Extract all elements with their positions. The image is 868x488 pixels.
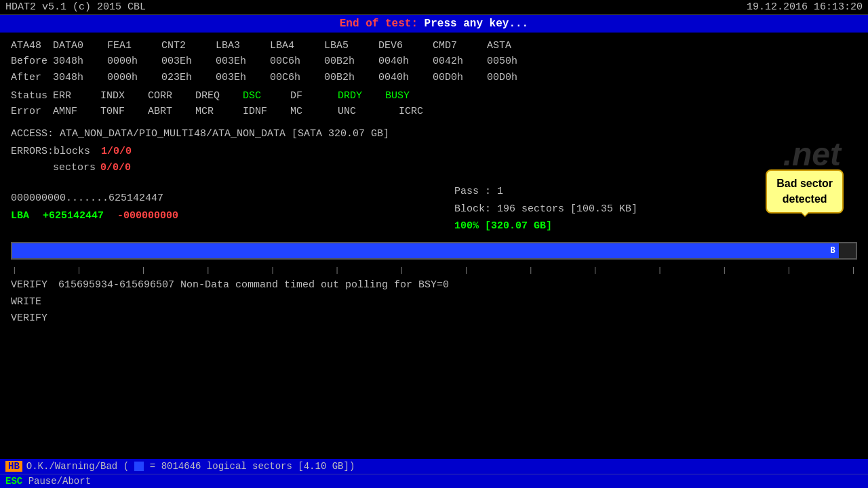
tick-14: | xyxy=(851,266,856,274)
app-datetime: 19.12.2016 16:13:20 xyxy=(747,1,863,13)
error-icrc: ICRC xyxy=(399,104,446,119)
log-write-line: WRITE xyxy=(11,294,857,311)
progress-marker-label: B xyxy=(831,246,835,256)
progress-bar-marker: B xyxy=(827,243,839,258)
status-dreq: DREQ xyxy=(195,88,243,104)
top-bar: HDAT2 v5.1 (c) 2015 CBL 19.12.2016 16:13… xyxy=(0,0,868,15)
tick-3: | xyxy=(141,266,146,274)
reg-header-cnt2: CNT2 xyxy=(161,38,216,54)
bottom-badge: HB xyxy=(5,461,22,472)
tick-7: | xyxy=(399,266,404,274)
reg-after-lba3: 003Eh xyxy=(216,70,270,85)
log-area: VERIFY 615695934-615696507 Non-Data comm… xyxy=(11,277,857,327)
reg-after-data0: 3048h xyxy=(53,70,107,85)
status-bar: End of test: Press any key... xyxy=(0,15,868,33)
log-verify2-label: VERIFY xyxy=(11,310,53,327)
esc-key-label: ESC xyxy=(5,476,22,487)
status-row: Status ERR INDX CORR DREQ DSC DF DRDY BU… xyxy=(11,88,857,104)
reg-header-row: ATA48 DATA0 FEA1 CNT2 LBA3 LBA4 LBA5 DEV… xyxy=(11,38,857,54)
tick-1: | xyxy=(12,266,17,274)
access-line: ACCESS: ATA_NON_DATA/PIO_MULTI48/ATA_NON… xyxy=(11,126,857,142)
error-t0nf: T0NF xyxy=(100,104,148,119)
reg-after-dev6: 0040h xyxy=(378,70,433,85)
reg-before-lba5: 00B2h xyxy=(324,54,378,69)
tick-9: | xyxy=(528,266,533,274)
reg-before-asta: 0050h xyxy=(487,54,541,69)
bottom-info-main: O.K./Warning/Bad ( xyxy=(26,461,129,472)
reg-after-fea1: 0000h xyxy=(107,70,161,85)
reg-header-cmd7: CMD7 xyxy=(433,38,487,54)
esc-action: Pause/Abort xyxy=(28,476,91,487)
tick-12: | xyxy=(722,266,727,274)
tick-4: | xyxy=(206,266,211,274)
block-label: Block: xyxy=(454,203,491,215)
progress-bar-container: B xyxy=(11,242,857,260)
reg-before-label: Before xyxy=(11,54,53,69)
reg-after-lba4: 00C6h xyxy=(270,70,324,85)
lba-pos: +625142447 xyxy=(43,207,104,225)
log-verify2-line: VERIFY xyxy=(11,310,857,327)
access-value: ATA_NON_DATA/PIO_MULTI48/ATA_NON_DATA [S… xyxy=(60,128,389,140)
reg-header-dev6: DEV6 xyxy=(378,38,433,54)
log-verify-line: VERIFY 615695934-615696507 Non-Data comm… xyxy=(11,277,857,294)
scan-area: 000000000.......625142447 LBA +625142447… xyxy=(11,183,857,235)
reg-before-row: Before 3048h 0000h 003Eh 003Eh 00C6h 00B… xyxy=(11,54,857,69)
reg-after-cnt2: 023Eh xyxy=(161,70,216,85)
reg-before-fea1: 0000h xyxy=(107,54,161,69)
errors-sectors-value: 0/0/0 xyxy=(100,160,155,176)
bottom-square-icon xyxy=(134,462,144,471)
status-bar-red: End of test: xyxy=(340,18,418,30)
reg-before-cmd7: 0042h xyxy=(433,54,487,69)
reg-before-data0: 3048h xyxy=(53,54,107,69)
reg-before-lba3: 003Eh xyxy=(216,54,270,69)
bad-sector-tooltip: Bad sectordetected xyxy=(766,169,844,214)
reg-before-lba4: 00C6h xyxy=(270,54,324,69)
error-idnf: IDNF xyxy=(243,104,290,119)
tick-10: | xyxy=(593,266,598,274)
error-amnf: AMNF xyxy=(53,104,100,119)
reg-header-lba4: LBA4 xyxy=(270,38,324,54)
sectors-line: 000000000.......625142447 xyxy=(11,190,414,207)
block-value: 196 sectors [100.35 KB] xyxy=(497,203,637,215)
scan-left: 000000000.......625142447 LBA +625142447… xyxy=(11,183,414,224)
reg-header-ata48: ATA48 xyxy=(11,38,53,54)
progress-line: 100% [320.07 GB] xyxy=(454,218,857,235)
status-bar-white: Press any key... xyxy=(425,18,529,30)
tick-6: | xyxy=(335,266,340,274)
progress-tick-row: | | | | | | | | | | | | | | xyxy=(11,266,857,274)
status-dsc: DSC xyxy=(243,88,290,104)
main-content: ATA48 DATA0 FEA1 CNT2 LBA3 LBA4 LBA5 DEV… xyxy=(0,33,868,333)
status-err: ERR xyxy=(53,88,100,104)
tick-8: | xyxy=(464,266,469,274)
lba-label: LBA xyxy=(11,207,29,225)
bottom-esc-bar: ESC Pause/Abort xyxy=(0,474,868,488)
reg-after-row: After 3048h 0000h 023Eh 003Eh 00C6h 00B2… xyxy=(11,70,857,85)
pass-value: 1 xyxy=(497,186,503,197)
tick-5: | xyxy=(271,266,275,274)
status-corr: CORR xyxy=(148,88,195,104)
errors-sectors-key: sectors xyxy=(53,160,100,176)
log-write-label: WRITE xyxy=(11,294,53,311)
errors-blocks-key: blocks xyxy=(54,144,101,160)
bottom-info-text: O.K./Warning/Bad ( = 8014646 logical sec… xyxy=(26,461,355,472)
error-row: Error AMNF T0NF ABRT MCR IDNF MC UNC ICR… xyxy=(11,104,857,119)
access-label: ACCESS: xyxy=(11,128,54,140)
reg-header-lba3: LBA3 xyxy=(216,38,270,54)
reg-after-cmd7: 00D0h xyxy=(433,70,487,85)
progress-text: 100% [320.07 GB] xyxy=(454,220,552,232)
reg-after-lba5: 00B2h xyxy=(324,70,378,85)
app-title: HDAT2 v5.1 (c) 2015 CBL xyxy=(5,1,146,13)
tooltip-text: Bad sectordetected xyxy=(776,178,833,204)
error-abrt: ABRT xyxy=(148,104,195,119)
tick-2: | xyxy=(77,266,81,274)
errors-section: ERRORS: blocks 1/0/0 sectors 0/0/0 xyxy=(11,144,857,176)
status-df: DF xyxy=(290,88,338,104)
bottom-info-bar: HB O.K./Warning/Bad ( = 8014646 logical … xyxy=(0,459,868,474)
error-mcr: MCR xyxy=(195,104,243,119)
tick-11: | xyxy=(658,266,663,274)
errors-blocks-value: 1/0/0 xyxy=(101,144,155,160)
errors-blocks-line: ERRORS: blocks 1/0/0 xyxy=(11,144,857,160)
errors-label: ERRORS: xyxy=(11,144,54,160)
errors-sectors-line: sectors 0/0/0 xyxy=(11,160,857,176)
status-indx: INDX xyxy=(100,88,148,104)
